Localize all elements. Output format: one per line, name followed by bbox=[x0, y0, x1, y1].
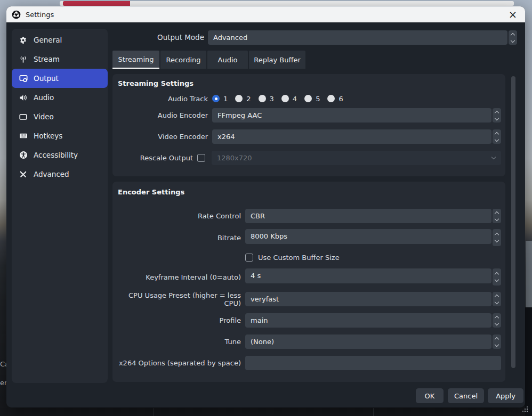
chevron-down-icon bbox=[511, 38, 515, 42]
keyframe-interval-input[interactable]: 4 s bbox=[245, 268, 491, 283]
tab-streaming[interactable]: Streaming bbox=[112, 51, 159, 69]
output-mode-spinner[interactable] bbox=[509, 30, 517, 45]
panel-title: Streaming Settings bbox=[118, 79, 194, 87]
profile-label: Profile bbox=[112, 316, 245, 324]
background-preview-fragment bbox=[526, 241, 532, 307]
sidebar-item-label: Output bbox=[34, 74, 59, 83]
cpu-preset-select[interactable]: veryfast bbox=[245, 292, 491, 306]
titlebar[interactable]: Settings × bbox=[6, 6, 525, 22]
radio-track-4[interactable] bbox=[281, 95, 289, 102]
x264-options-label: x264 Options (separated by space) bbox=[112, 359, 245, 367]
chevron-down-icon bbox=[495, 299, 499, 304]
rescale-output-row: Rescale Output 1280x720 bbox=[112, 151, 501, 165]
audio-encoder-label: Audio Encoder bbox=[112, 111, 212, 119]
profile-spinner[interactable] bbox=[493, 313, 501, 328]
bitrate-input[interactable]: 8000 Kbps bbox=[245, 229, 491, 244]
cancel-button[interactable]: Cancel bbox=[448, 388, 484, 403]
display-icon bbox=[19, 74, 28, 83]
custom-buffer-label: Use Custom Buffer Size bbox=[258, 254, 340, 262]
output-tabs: Streaming Recording Audio Replay Buffer bbox=[112, 51, 305, 69]
radio-track-1[interactable] bbox=[212, 95, 220, 102]
chevron-up-icon bbox=[495, 337, 499, 341]
chevron-down-icon bbox=[495, 321, 499, 325]
rate-control-row: Rate Control CBR bbox=[112, 209, 501, 223]
close-icon[interactable]: × bbox=[504, 6, 522, 22]
radio-track-2[interactable] bbox=[235, 95, 243, 102]
video-encoder-select[interactable]: x264 bbox=[212, 129, 491, 144]
audio-track-radios: 1 2 3 4 5 6 bbox=[212, 95, 351, 103]
tab-audio[interactable]: Audio bbox=[207, 51, 248, 69]
sidebar-item-label: Video bbox=[34, 112, 54, 121]
sidebar-item-video[interactable]: Video bbox=[12, 107, 108, 126]
settings-sidebar: General Stream Output Audio bbox=[12, 29, 108, 383]
bitrate-label: Bitrate bbox=[112, 234, 245, 242]
radio-track-6[interactable] bbox=[327, 95, 335, 102]
desktop: Ca er Settings × Gene bbox=[0, 0, 532, 416]
tune-label: Tune bbox=[112, 338, 245, 346]
bitrate-spinner[interactable] bbox=[493, 229, 501, 246]
sidebar-item-audio[interactable]: Audio bbox=[12, 88, 108, 107]
background-panel-divider bbox=[154, 408, 154, 416]
radio-label: 6 bbox=[338, 95, 343, 103]
profile-select[interactable]: main bbox=[245, 313, 491, 328]
resize-grip[interactable] bbox=[522, 406, 528, 412]
keyframe-interval-spinner[interactable] bbox=[493, 268, 501, 286]
encoder-settings-panel: Encoder Settings Rate Control CBR Bitrat… bbox=[112, 182, 505, 382]
audio-encoder-select[interactable]: FFmpeg AAC bbox=[212, 108, 491, 123]
output-mode-select[interactable]: Advanced bbox=[208, 30, 507, 45]
tune-row: Tune (None) bbox=[112, 335, 501, 349]
audio-encoder-spinner[interactable] bbox=[493, 108, 501, 123]
sidebar-item-general[interactable]: General bbox=[12, 30, 108, 50]
sidebar-item-accessibility[interactable]: Accessibility bbox=[12, 145, 108, 165]
cpu-preset-row: CPU Usage Preset (higher = less CPU) ver… bbox=[112, 292, 501, 306]
background-panel-divider bbox=[373, 408, 374, 416]
radio-label: 2 bbox=[246, 95, 251, 103]
rescale-output-checkbox[interactable] bbox=[197, 154, 205, 162]
sidebar-item-hotkeys[interactable]: Hotkeys bbox=[12, 126, 108, 145]
sidebar-item-advanced[interactable]: Advanced bbox=[12, 165, 108, 184]
sidebar-item-output[interactable]: Output bbox=[12, 69, 108, 88]
rate-control-select[interactable]: CBR bbox=[245, 209, 491, 223]
tab-recording[interactable]: Recording bbox=[160, 51, 206, 69]
radio-track-3[interactable] bbox=[259, 95, 266, 102]
chevron-up-icon bbox=[495, 294, 499, 298]
sidebar-item-label: Accessibility bbox=[34, 151, 78, 159]
vertical-scrollbar[interactable] bbox=[511, 76, 515, 368]
apply-button[interactable]: Apply bbox=[488, 388, 523, 403]
tune-spinner[interactable] bbox=[493, 335, 501, 349]
ok-button[interactable]: OK bbox=[416, 388, 444, 403]
custom-buffer-checkbox[interactable] bbox=[245, 254, 253, 262]
sidebar-item-stream[interactable]: Stream bbox=[12, 50, 108, 69]
settings-dialog: Settings × General Stream Output bbox=[6, 6, 525, 407]
x264-options-input[interactable] bbox=[245, 356, 501, 370]
rescale-output-label: Rescale Output bbox=[112, 154, 197, 162]
background-red-accent bbox=[63, 1, 130, 6]
obs-logo-icon bbox=[12, 10, 21, 19]
window-title: Settings bbox=[26, 11, 54, 19]
cpu-preset-label: CPU Usage Preset (higher = less CPU) bbox=[112, 291, 245, 307]
sidebar-item-label: Stream bbox=[34, 55, 60, 63]
sidebar-item-label: General bbox=[34, 36, 62, 44]
output-mode-label: Output Mode bbox=[102, 30, 204, 45]
accessibility-icon bbox=[19, 151, 28, 160]
tune-select[interactable]: (None) bbox=[245, 335, 491, 349]
radio-label: 3 bbox=[270, 95, 274, 103]
sidebar-item-label: Advanced bbox=[34, 170, 69, 178]
video-encoder-spinner[interactable] bbox=[493, 129, 501, 144]
speaker-icon bbox=[19, 93, 28, 102]
rate-control-spinner[interactable] bbox=[493, 209, 501, 223]
radio-label: 1 bbox=[223, 95, 228, 103]
panel-title: Encoder Settings bbox=[118, 188, 184, 196]
monitor-icon bbox=[19, 112, 28, 121]
rescale-resolution-select[interactable]: 1280x720 bbox=[212, 151, 501, 165]
radio-label: 4 bbox=[293, 95, 297, 103]
cpu-preset-spinner[interactable] bbox=[493, 292, 501, 306]
chevron-down-icon bbox=[495, 137, 499, 141]
keyframe-interval-label: Keyframe Interval (0=auto) bbox=[112, 273, 245, 281]
rate-control-label: Rate Control bbox=[112, 212, 245, 220]
tab-replay-buffer[interactable]: Replay Buffer bbox=[249, 51, 305, 69]
gear-icon bbox=[19, 36, 28, 45]
audio-encoder-row: Audio Encoder FFmpeg AAC bbox=[112, 108, 501, 123]
radio-track-5[interactable] bbox=[304, 95, 312, 102]
profile-row: Profile main bbox=[112, 313, 501, 328]
